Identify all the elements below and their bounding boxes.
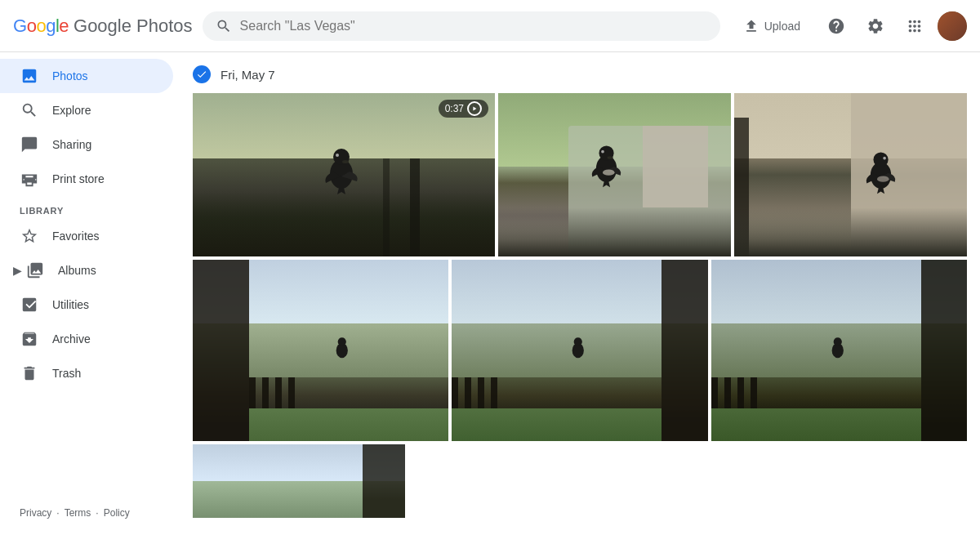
date-header: Fri, May 7 [193, 62, 967, 87]
photos-icon [20, 67, 39, 85]
sidebar-item-favorites[interactable]: Favorites [0, 219, 173, 253]
photo-item-5[interactable] [452, 260, 707, 441]
svg-point-19 [833, 338, 841, 346]
settings-icon [866, 17, 884, 35]
help-icon [827, 17, 845, 35]
favorites-icon [20, 227, 39, 245]
svg-point-17 [574, 338, 582, 346]
sidebar-item-sharing-label: Sharing [52, 138, 91, 151]
policy-link[interactable]: Policy [104, 507, 130, 519]
sidebar-item-trash-label: Trash [52, 367, 81, 380]
date-check-icon[interactable] [193, 65, 211, 83]
svg-point-8 [601, 150, 604, 154]
library-section-label: LIBRARY [0, 196, 180, 219]
apps-icon [906, 17, 924, 35]
svg-point-3 [336, 154, 339, 157]
photo-item-4[interactable] [193, 260, 448, 441]
logo-google-text: Google [13, 16, 69, 37]
play-icon [467, 101, 482, 116]
explore-icon [20, 101, 39, 119]
photo-item-1[interactable]: 0:37 [193, 93, 495, 256]
photo-row-1: 0:37 [193, 93, 967, 256]
photo-item-3[interactable] [734, 93, 967, 256]
date-label: Fri, May 7 [220, 68, 275, 82]
sidebar-item-albums-label: Albums [58, 264, 96, 277]
utilities-icon [20, 296, 39, 314]
photo-item-6[interactable] [711, 260, 967, 441]
pigeon-small-4 [331, 332, 354, 361]
sidebar-item-favorites-label: Favorites [52, 230, 100, 243]
search-icon [216, 18, 232, 34]
terms-link[interactable]: Terms [65, 507, 91, 519]
main-layout: Photos Explore Sharing [0, 52, 980, 535]
sidebar-item-trash[interactable]: Trash [0, 356, 173, 390]
avatar-image [938, 11, 967, 41]
video-duration: 0:37 [445, 103, 464, 114]
sidebar-item-albums[interactable]: ▶ Albums [0, 253, 173, 288]
pigeon-silhouette-3 [861, 141, 902, 194]
svg-point-12 [883, 157, 886, 160]
pigeon-silhouette-2 [586, 135, 627, 188]
privacy-link[interactable]: Privacy [20, 507, 51, 519]
checkmark-icon [196, 69, 207, 80]
svg-point-2 [342, 160, 349, 163]
photo-content: Fri, May 7 [180, 52, 980, 535]
pigeon-silhouette-1 [319, 137, 364, 194]
sidebar-item-archive[interactable]: Archive [0, 322, 173, 356]
header-actions: Upload [730, 10, 967, 42]
photo-row-3 [193, 444, 967, 518]
sidebar-item-photos-label: Photos [52, 69, 88, 82]
print-store-icon [20, 170, 39, 188]
sidebar-item-utilities-label: Utilities [52, 298, 89, 311]
sidebar-item-print-store-label: Print store [52, 172, 105, 185]
sidebar-item-photos[interactable]: Photos [0, 59, 173, 93]
photo-item-2[interactable] [498, 93, 731, 256]
albums-icon [25, 261, 45, 279]
sharing-icon [20, 136, 39, 154]
upload-label: Upload [764, 20, 800, 33]
sidebar-item-explore[interactable]: Explore [0, 93, 173, 127]
trash-icon [20, 364, 39, 382]
apps-button[interactable] [898, 10, 931, 42]
video-duration-badge: 0:37 [439, 100, 488, 118]
svg-point-11 [874, 152, 889, 167]
archive-icon [20, 330, 39, 348]
photo-row-2 [193, 260, 967, 441]
upload-icon [743, 18, 760, 34]
logo-photos-text: Google Photos [74, 16, 193, 37]
albums-expand-icon: ▶ [13, 264, 22, 277]
avatar[interactable] [938, 11, 967, 41]
svg-marker-4 [473, 107, 476, 111]
sidebar-item-archive-label: Archive [52, 332, 91, 346]
photo-item-7[interactable] [193, 444, 405, 518]
svg-point-7 [608, 156, 613, 159]
logo[interactable]: Google Google Photos [13, 16, 193, 37]
pigeon-small-5 [567, 332, 590, 361]
app-header: Google Google Photos Upload [0, 0, 980, 52]
svg-point-15 [338, 338, 346, 346]
sidebar-footer: Privacy · Terms · Policy [0, 497, 180, 528]
sidebar: Photos Explore Sharing [0, 52, 180, 535]
search-bar[interactable] [203, 11, 720, 41]
search-input[interactable] [240, 19, 707, 33]
upload-button[interactable]: Upload [730, 11, 813, 41]
pigeon-small-6 [826, 332, 849, 361]
sidebar-item-sharing[interactable]: Sharing [0, 127, 173, 162]
sidebar-item-explore-label: Explore [52, 104, 91, 117]
settings-button[interactable] [859, 10, 892, 42]
sidebar-item-print-store[interactable]: Print store [0, 162, 173, 196]
sidebar-item-utilities[interactable]: Utilities [0, 288, 173, 322]
help-button[interactable] [820, 10, 853, 42]
svg-point-13 [877, 176, 889, 182]
svg-point-9 [603, 170, 615, 176]
